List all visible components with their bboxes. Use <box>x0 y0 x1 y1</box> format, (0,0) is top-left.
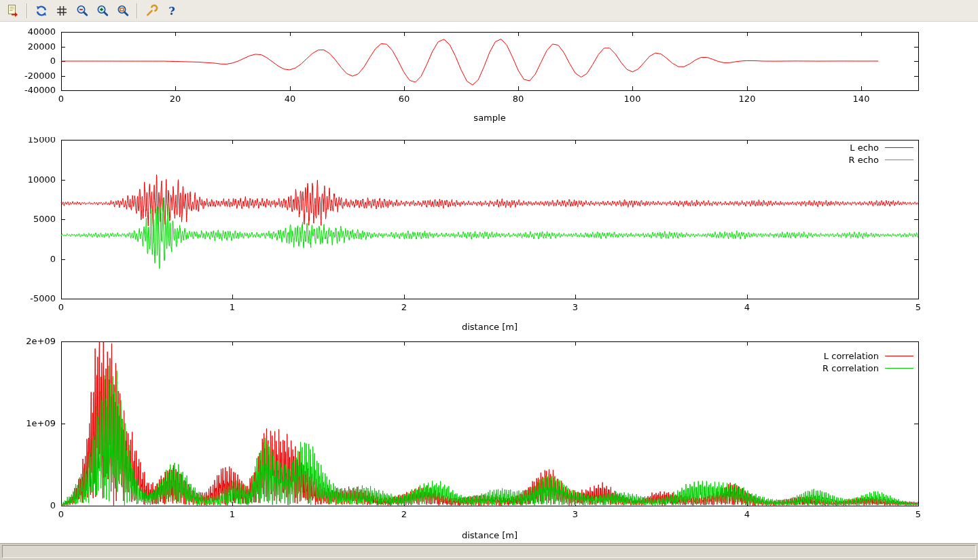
legend-line-sample <box>885 147 913 148</box>
legend-line-sample <box>885 368 913 369</box>
pulse-chart-canvas[interactable] <box>0 22 978 137</box>
configure-icon <box>145 4 158 18</box>
legend-entry-r-correlation: R correlation <box>822 362 913 374</box>
legend-label: L correlation <box>824 351 879 361</box>
help-button[interactable]: ? <box>162 2 181 20</box>
autoscale-icon <box>116 4 130 18</box>
chart-echo: L echo R echo distance [m] <box>0 137 978 336</box>
legend-entry-l-echo: L echo <box>848 141 913 153</box>
plot-area: sample L echo R echo distance [m] L corr <box>0 22 978 543</box>
export-icon <box>6 4 20 18</box>
export-plot-button[interactable] <box>3 2 22 20</box>
legend-label: R echo <box>848 155 879 165</box>
echo-legend: L echo R echo <box>848 141 913 166</box>
status-bar <box>0 543 978 560</box>
legend-entry-l-correlation: L correlation <box>822 350 913 362</box>
chart-correlation: L correlation R correlation distance [m] <box>0 336 978 543</box>
svg-text:?: ? <box>168 4 175 17</box>
toggle-grid-icon <box>55 4 69 18</box>
legend-line-sample <box>885 160 913 160</box>
legend-label: L echo <box>850 143 879 153</box>
zoom-next-button[interactable] <box>93 2 112 20</box>
autoscale-button[interactable] <box>113 2 132 20</box>
replot-icon <box>35 4 48 18</box>
zoom-previous-icon <box>75 4 89 18</box>
toolbar: ? <box>0 0 978 22</box>
configure-button[interactable] <box>142 2 161 20</box>
echo-chart-canvas[interactable] <box>0 137 978 336</box>
help-icon: ? <box>165 4 179 18</box>
correlation-legend: L correlation R correlation <box>822 350 913 374</box>
legend-entry-r-echo: R echo <box>848 153 913 166</box>
legend-label: R correlation <box>822 363 879 373</box>
toolbar-separator <box>26 3 28 18</box>
gnuplot-window: ? sample L echo R echo distance [m] <box>0 0 978 560</box>
toggle-grid-button[interactable] <box>52 2 71 20</box>
chart-pulse: sample <box>0 22 978 137</box>
zoom-next-icon <box>96 4 109 18</box>
replot-button[interactable] <box>32 2 51 20</box>
zoom-previous-button[interactable] <box>73 2 92 20</box>
toolbar-separator <box>137 3 138 18</box>
legend-line-sample <box>885 356 913 356</box>
status-bar-field <box>2 545 976 558</box>
